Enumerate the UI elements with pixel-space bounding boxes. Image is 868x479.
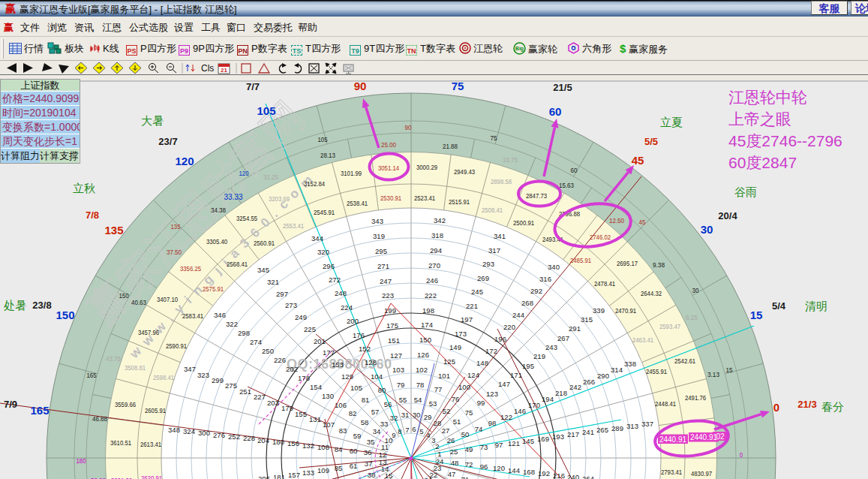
- svg-text:2515.91: 2515.91: [449, 197, 470, 206]
- svg-text:46.88: 46.88: [92, 415, 107, 423]
- svg-text:217: 217: [567, 430, 579, 438]
- svg-text:60: 60: [350, 447, 358, 455]
- svg-text:179: 179: [281, 404, 293, 412]
- svg-text:45度2746--2796: 45度2746--2796: [728, 132, 842, 149]
- svg-text:120: 120: [239, 169, 249, 177]
- svg-text:立秋: 立秋: [73, 182, 95, 194]
- svg-text:150: 150: [419, 336, 431, 344]
- svg-text:198: 198: [422, 306, 434, 315]
- svg-text:106: 106: [335, 401, 347, 409]
- svg-text:294: 294: [430, 246, 442, 255]
- svg-text:98: 98: [488, 419, 497, 427]
- svg-text:2613.41: 2613.41: [140, 440, 161, 448]
- svg-text:227: 227: [254, 393, 266, 401]
- svg-text:2538.41: 2538.41: [347, 199, 368, 207]
- svg-text:7: 7: [405, 426, 409, 434]
- svg-text:199: 199: [384, 306, 396, 315]
- svg-text:71: 71: [461, 475, 470, 479]
- svg-text:342: 342: [434, 216, 446, 224]
- svg-text:122: 122: [500, 413, 512, 421]
- svg-text:223: 223: [382, 291, 394, 300]
- svg-text:3610.51: 3610.51: [110, 438, 131, 447]
- svg-text:18.75: 18.75: [503, 156, 518, 164]
- svg-text:100: 100: [458, 383, 470, 391]
- svg-text:2530.91: 2530.91: [380, 194, 401, 202]
- svg-text:346: 346: [214, 311, 226, 319]
- svg-text:201: 201: [314, 337, 326, 345]
- svg-text:28.13: 28.13: [320, 152, 335, 159]
- svg-text:240: 240: [567, 473, 579, 479]
- svg-text:2500.91: 2500.91: [513, 218, 534, 227]
- svg-text:203: 203: [267, 399, 279, 407]
- svg-text:4830.97: 4830.97: [691, 469, 712, 477]
- svg-text:314: 314: [611, 366, 623, 374]
- svg-text:104: 104: [371, 372, 383, 381]
- svg-text:269: 269: [477, 274, 489, 282]
- svg-text:60: 60: [571, 166, 578, 174]
- svg-text:248: 248: [335, 289, 347, 297]
- svg-text:2847.73: 2847.73: [526, 191, 547, 200]
- svg-text:43.75: 43.75: [106, 355, 121, 363]
- svg-text:121: 121: [508, 439, 520, 447]
- svg-text:2440.91: 2440.91: [659, 435, 686, 444]
- svg-text:2560.91: 2560.91: [254, 239, 275, 247]
- svg-text:23/7: 23/7: [158, 136, 177, 147]
- svg-text:85: 85: [335, 464, 343, 472]
- svg-text:3000.29: 3000.29: [416, 163, 437, 171]
- svg-text:3101.99: 3101.99: [341, 169, 362, 177]
- svg-text:3508.81: 3508.81: [125, 363, 146, 372]
- svg-text:103: 103: [392, 366, 404, 374]
- svg-text:105: 105: [318, 135, 328, 143]
- svg-text:25: 25: [450, 447, 458, 456]
- svg-text:春分: 春分: [821, 400, 844, 413]
- svg-text:2553.41: 2553.41: [283, 221, 304, 230]
- svg-text:2746.02: 2746.02: [590, 233, 611, 241]
- svg-text:34.38: 34.38: [211, 206, 226, 214]
- svg-text:15: 15: [750, 309, 763, 321]
- svg-text:148: 148: [476, 359, 488, 367]
- svg-text:47: 47: [448, 470, 456, 478]
- svg-text:270: 270: [428, 261, 440, 270]
- svg-text:3: 3: [431, 436, 435, 444]
- svg-text:27: 27: [442, 426, 450, 435]
- svg-text:165: 165: [87, 371, 97, 379]
- svg-text:75: 75: [452, 80, 464, 92]
- svg-text:2593.47: 2593.47: [659, 322, 680, 330]
- svg-text:90: 90: [405, 123, 412, 131]
- svg-text:6.25: 6.25: [686, 314, 698, 321]
- svg-text:21: 21: [221, 67, 227, 74]
- svg-text:谷雨: 谷雨: [734, 185, 757, 198]
- svg-text:2695.17: 2695.17: [617, 259, 638, 267]
- svg-text:200: 200: [347, 317, 359, 325]
- svg-text:152: 152: [359, 345, 371, 353]
- svg-text:276: 276: [213, 431, 225, 439]
- svg-text:80: 80: [378, 386, 386, 394]
- svg-text:101: 101: [438, 372, 450, 380]
- svg-text:228: 228: [243, 434, 255, 442]
- svg-text:313: 313: [626, 422, 638, 430]
- svg-text:156: 156: [287, 439, 299, 447]
- svg-text:50: 50: [461, 430, 470, 438]
- svg-text:226: 226: [274, 356, 286, 364]
- svg-text:171: 171: [510, 371, 522, 379]
- svg-text:4: 4: [426, 431, 430, 439]
- svg-text:170: 170: [528, 401, 540, 409]
- svg-text:77: 77: [434, 385, 443, 393]
- svg-text:3203.69: 3203.69: [269, 194, 290, 203]
- svg-text:5/5: 5/5: [644, 136, 658, 147]
- svg-text:5/4: 5/4: [772, 300, 786, 312]
- svg-text:60度2847: 60度2847: [728, 154, 797, 171]
- svg-text:3305.40: 3305.40: [206, 237, 227, 246]
- svg-text:169: 169: [537, 435, 549, 443]
- svg-text:38: 38: [368, 471, 376, 479]
- svg-text:130: 130: [322, 392, 334, 400]
- svg-text:132: 132: [302, 441, 314, 450]
- svg-text:297: 297: [276, 290, 288, 298]
- svg-text:2793.41: 2793.41: [661, 468, 682, 476]
- svg-text:105: 105: [350, 384, 362, 392]
- svg-text:3356.25: 3356.25: [180, 264, 201, 273]
- svg-text:146: 146: [514, 407, 526, 415]
- svg-text:153: 153: [332, 360, 344, 369]
- svg-text:202: 202: [286, 365, 298, 373]
- svg-text:225: 225: [304, 325, 316, 333]
